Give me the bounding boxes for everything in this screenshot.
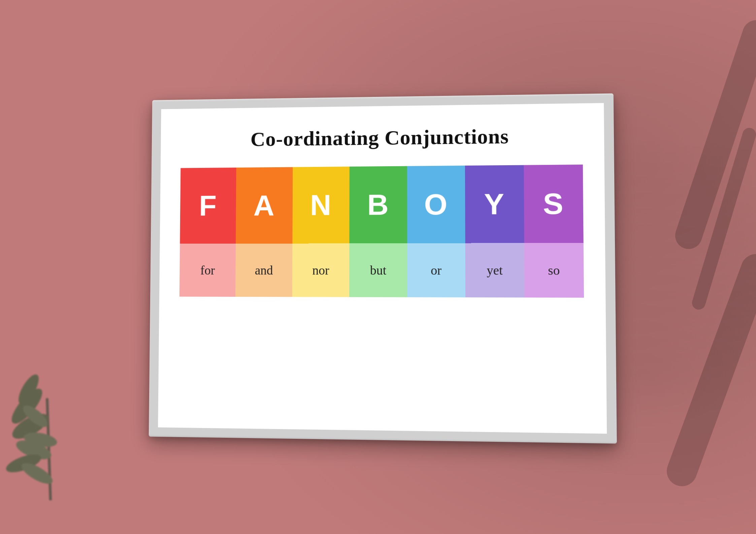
poster-title: Co-ordinating Conjunctions [250, 124, 509, 151]
word-yet: yet [465, 243, 524, 297]
word-or: or [407, 243, 465, 297]
word-and: and [235, 243, 292, 297]
letter-f: F [180, 168, 236, 244]
poster-content: Co-ordinating Conjunctions F A N B O Y S… [158, 103, 607, 434]
svg-line-9 [689, 34, 756, 236]
word-but: but [349, 243, 407, 297]
letter-y: Y [465, 165, 524, 243]
word-for: for [179, 243, 236, 296]
letter-b: B [349, 166, 407, 243]
plant-decoration [0, 332, 101, 500]
letters-row: F A N B O Y S [180, 165, 583, 244]
letter-n: N [292, 167, 350, 244]
word-nor: nor [292, 243, 349, 297]
svg-line-11 [699, 135, 749, 303]
letter-s: S [523, 165, 583, 243]
picture-frame: Co-ordinating Conjunctions F A N B O Y S… [149, 93, 617, 443]
svg-line-10 [682, 269, 756, 471]
fanboys-grid: F A N B O Y S for and nor but or yet so [179, 165, 584, 298]
letter-o: O [407, 166, 465, 243]
letter-a: A [236, 167, 293, 243]
word-so: so [524, 243, 584, 297]
words-row: for and nor but or yet so [179, 243, 584, 297]
